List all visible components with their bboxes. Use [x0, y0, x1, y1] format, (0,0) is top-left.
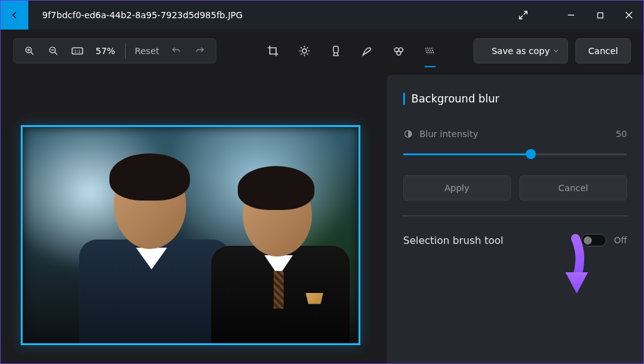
toggle-knob [584, 236, 592, 245]
image-canvas[interactable] [21, 125, 360, 345]
redo-icon [195, 46, 205, 56]
retouch-tool[interactable] [386, 38, 411, 63]
divider [125, 43, 126, 58]
panel-header: Background blur [403, 92, 627, 105]
expand-icon [518, 10, 528, 20]
file-name: 9f7bdcf0-ed6a-44b2-8a95-7923d5d985fb.JPG [42, 10, 509, 20]
svg-rect-7 [333, 47, 338, 53]
blur-intensity-row: Blur intensity 50 [403, 129, 627, 139]
zoom-group: 1:1 57% Reset [13, 38, 216, 63]
save-label: Save as copy [492, 46, 550, 56]
retouch-icon [392, 45, 405, 57]
fit-button[interactable]: 1:1 [65, 38, 89, 63]
save-as-copy-button[interactable]: Save as copy [474, 38, 568, 63]
markup-icon [361, 45, 374, 57]
selection-brush-row: Selection brush tool Off [403, 234, 627, 246]
minimize-button[interactable] [557, 1, 586, 30]
zoom-percentage[interactable]: 57% [89, 46, 121, 56]
filter-icon [330, 45, 341, 57]
crop-tool[interactable] [260, 38, 286, 63]
close-button[interactable] [614, 1, 643, 30]
image-subject [79, 155, 230, 343]
maximize-button[interactable] [586, 1, 614, 30]
edit-tools [260, 38, 443, 63]
svg-text:1:1: 1:1 [74, 49, 81, 54]
filter-tool[interactable] [323, 38, 348, 63]
zoom-out-button[interactable] [42, 38, 65, 63]
zoom-in-icon [24, 45, 35, 57]
panel-title: Background blur [411, 92, 499, 105]
blur-intensity-slider[interactable] [403, 148, 627, 160]
back-button[interactable] [1, 1, 28, 30]
adjust-icon [298, 45, 311, 57]
image-subject [211, 161, 356, 343]
reset-button[interactable]: Reset [130, 46, 164, 56]
crop-icon [267, 45, 279, 57]
background-blur-tool[interactable] [418, 38, 443, 63]
markup-tool[interactable] [355, 38, 380, 63]
svg-point-6 [303, 49, 307, 53]
maximize-icon [597, 12, 604, 19]
slider-thumb[interactable] [526, 149, 536, 159]
background-blur-icon [424, 45, 436, 57]
cancel-label: Cancel [588, 46, 618, 56]
svg-rect-1 [597, 13, 602, 18]
minimize-icon [567, 11, 575, 19]
fit-icon: 1:1 [71, 47, 84, 55]
toggle-state-label: Off [614, 235, 627, 245]
undo-icon [171, 46, 181, 56]
adjust-tool[interactable] [292, 38, 317, 63]
blur-action-buttons: Apply Cancel [403, 175, 627, 201]
canvas-area [21, 75, 387, 364]
svg-point-10 [397, 51, 401, 55]
undo-button[interactable] [164, 38, 188, 63]
toolbar: 1:1 57% Reset Save as [1, 30, 643, 75]
panel-cancel-button[interactable]: Cancel [519, 175, 627, 201]
apply-button[interactable]: Apply [403, 175, 511, 201]
chevron-down-icon [552, 47, 560, 55]
selection-brush-toggle[interactable] [581, 234, 606, 246]
zoom-out-icon [48, 45, 59, 57]
blur-intensity-value: 50 [616, 129, 627, 139]
blur-intensity-label: Blur intensity [419, 129, 478, 139]
zoom-in-button[interactable] [18, 38, 42, 63]
main-area: Background blur Blur intensity 50 Apply … [1, 75, 643, 364]
slider-fill [403, 153, 531, 155]
titlebar: 9f7bdcf0-ed6a-44b2-8a95-7923d5d985fb.JPG [1, 1, 643, 30]
fullscreen-button[interactable] [509, 1, 538, 30]
redo-button[interactable] [188, 38, 212, 63]
back-arrow-icon [9, 9, 20, 21]
separator [402, 216, 628, 216]
action-buttons: Save as copy Cancel [474, 38, 631, 63]
side-panel: Background blur Blur intensity 50 Apply … [387, 75, 643, 364]
selection-brush-label: Selection brush tool [403, 234, 504, 246]
cancel-button[interactable]: Cancel [575, 38, 631, 63]
blur-small-icon [403, 129, 413, 139]
close-icon [625, 11, 633, 19]
panel-accent [403, 92, 405, 105]
